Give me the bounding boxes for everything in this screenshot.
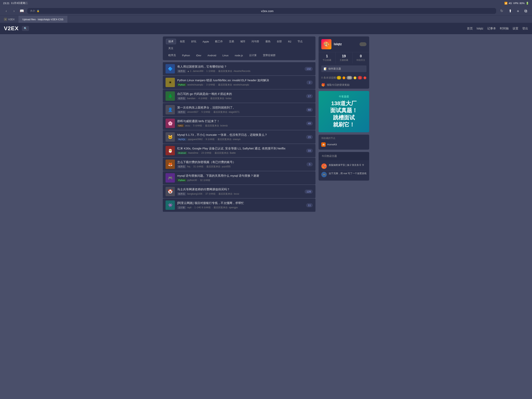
cat-follow[interactable]: 关注: [166, 46, 176, 51]
author[interactable]: pppguest3962: [188, 138, 203, 141]
search-bar[interactable]: 🔍: [22, 26, 29, 31]
node-tag[interactable]: 程序员: [177, 110, 186, 114]
share-button[interactable]: ⬆: [507, 8, 513, 14]
nav-home[interactable]: 首页: [467, 27, 473, 30]
tab-upload[interactable]: Upload files · lslqtz/lslqtz-V2EX-CSS: [19, 16, 67, 23]
nav-settings[interactable]: 设置: [513, 27, 518, 30]
forward-button[interactable]: ›: [11, 8, 17, 14]
node-tag[interactable]: Python: [177, 83, 186, 86]
last-reply-user[interactable]: bclerdz: [220, 124, 228, 127]
toggle-switch[interactable]: [360, 42, 367, 46]
node-tag[interactable]: 程序员: [177, 165, 186, 168]
cat-broadband[interactable]: 宽带症候群: [260, 53, 278, 58]
topic-title[interactable]: 群晖与威联通因 btrfs 打起来了！: [177, 119, 304, 123]
author[interactable]: vincent927: [187, 111, 198, 113]
author[interactable]: rayli: [187, 206, 191, 209]
last-reply-user[interactable]: Battle: [230, 152, 236, 154]
bookmarks-button[interactable]: 📖: [19, 8, 25, 14]
author[interactable]: woshichuanqilz: [187, 83, 203, 86]
reply-count[interactable]: 15: [306, 135, 313, 139]
cat-jobs[interactable]: 酷工作: [213, 39, 225, 44]
login-reward[interactable]: 🎁 领取今日的登录奖励: [319, 81, 369, 89]
topic-title[interactable]: 自己写的 go 代码就是由一堆的 if 搭起来的: [177, 92, 304, 96]
node-tag[interactable]: Python: [177, 179, 186, 182]
cat-apple[interactable]: Apple: [200, 39, 211, 44]
list-item[interactable]: 🎉 发版抽奖保平安 | 抽 2 张京东 E 卡: [321, 162, 367, 170]
topic-title[interactable]: mysql 语句替换问题。下面的关系用什么 mysql 语句替换？谢谢: [177, 174, 313, 178]
author[interactable]: bandian: [187, 97, 196, 100]
cat-r2[interactable]: R2: [286, 39, 294, 44]
last-reply-user[interactable]: locoz: [234, 193, 239, 195]
cat-fun[interactable]: 好玩: [189, 39, 199, 44]
last-reply-user[interactable]: yuzo555: [222, 165, 230, 168]
reply-count[interactable]: 2: [306, 80, 313, 84]
author[interactable]: James369: [193, 70, 203, 72]
cat-python[interactable]: Python: [180, 53, 192, 58]
cat-qa[interactable]: 问与答: [249, 39, 261, 44]
cat-hot[interactable]: 最热: [263, 39, 273, 44]
nav-profile[interactable]: lslqtz: [477, 27, 483, 30]
reply-count[interactable]: 132: [304, 67, 313, 71]
node-tag[interactable]: 程序员: [177, 70, 186, 73]
topic-title[interactable]: 怎么下载付费的加密视频（有已付费的账号）: [177, 160, 304, 164]
new-tab-button[interactable]: ＋: [515, 8, 521, 14]
nav-timeline[interactable]: 时间轴: [500, 27, 509, 30]
last-reply-user[interactable]: stage0071: [229, 111, 240, 113]
last-reply-user[interactable]: oneoyn: [233, 138, 240, 141]
reply-count[interactable]: 11: [306, 203, 313, 207]
nav-logout[interactable]: 登出: [522, 27, 528, 30]
node-tag[interactable]: NAS: [177, 124, 184, 127]
cat-cloud[interactable]: 云计算: [247, 53, 259, 58]
site-logo[interactable]: V2EX: [4, 25, 19, 32]
address-bar[interactable]: 大小 🔒 v2ex.com: [27, 8, 496, 14]
list-item[interactable]: 🏠 HomeKit: [321, 142, 367, 148]
ad-widget[interactable]: 牛客题霸 138道大厂 面试真题！ 跳槽面试 就刷它！: [319, 91, 369, 132]
topic-title[interactable]: 马士兵等网课老师的付费网课值得买吗？: [177, 188, 302, 191]
back-button[interactable]: ‹: [3, 8, 9, 14]
cat-linux[interactable]: Linux: [220, 53, 231, 58]
reply-count[interactable]: 129: [304, 190, 313, 194]
node-tag[interactable]: 云计算: [177, 206, 186, 209]
author[interactable]: anzu: [185, 124, 190, 127]
author[interactable]: Awes0me: [188, 152, 198, 154]
list-item[interactable]: 🎮 迫于无聊，用 vue 写了一个放置游戏: [321, 170, 367, 179]
cat-creative[interactable]: 创意: [177, 39, 187, 44]
cat-city[interactable]: 城市: [238, 39, 248, 44]
cat-programmer[interactable]: 程序员: [166, 53, 178, 58]
author[interactable]: liangkang1436: [187, 193, 202, 195]
topic-title[interactable]: Python Linux manjaro 错误 /usr/lib/libc.so…: [177, 78, 304, 82]
last-reply-user[interactable]: opengps: [229, 206, 238, 209]
cat-all[interactable]: 全部: [274, 39, 284, 44]
tab-close-1[interactable]: ✕: [4, 18, 7, 21]
cat-nodes[interactable]: 节点: [295, 39, 305, 44]
nav-notebook[interactable]: 记事本: [487, 27, 496, 30]
reply-count[interactable]: 68: [306, 108, 313, 112]
last-reply-user[interactable]: loolac: [226, 97, 232, 100]
cat-nodejs[interactable]: node.js: [232, 53, 245, 58]
topic-title[interactable]: 第一次在狗东上面抢茅台，没想到就抢到了。: [177, 106, 304, 109]
reply-count[interactable]: 17: [306, 94, 313, 98]
topic-title[interactable]: Mysql 5.1.73，不小心 truncate 一张表，也没有开日志，还能恢…: [177, 133, 304, 137]
node-tag[interactable]: 程序员: [177, 192, 186, 196]
node-tag[interactable]: MySQL: [177, 138, 187, 141]
cat-android[interactable]: Android: [205, 53, 219, 58]
tab-v2ex[interactable]: ✕ V2EX: [0, 16, 19, 23]
reply-count[interactable]: 5: [306, 162, 313, 166]
node-tag[interactable]: 程序员: [177, 97, 186, 100]
author[interactable]: fsq: [187, 165, 190, 168]
topic-title[interactable]: 红米 K30s, Google Play 设备已认证, 安全等级 L1, Saf…: [177, 147, 304, 150]
create-topic-button[interactable]: 📝 创作新主题: [321, 65, 367, 72]
reply-count[interactable]: 33: [306, 149, 313, 153]
last-reply-user[interactable]: woshichuanqilz: [233, 83, 249, 86]
last-reply-user[interactable]: AkashicRecords: [234, 70, 250, 72]
cat-tech[interactable]: 技术: [166, 39, 176, 44]
reply-count[interactable]: 49: [306, 121, 313, 125]
cat-idev[interactable]: iDev: [194, 53, 203, 58]
tabs-button[interactable]: ⧉: [523, 8, 529, 14]
reload-button[interactable]: ↻: [499, 8, 505, 14]
author[interactable]: python30: [187, 179, 197, 182]
cat-trade[interactable]: 交易: [227, 39, 236, 44]
topic-title[interactable]: [阿里云网路] 项目对接银行专线，不太懂网，求帮忙: [177, 201, 304, 205]
node-tag[interactable]: Android: [177, 152, 187, 154]
topic-title[interactable]: 有人用过国密算法吗，它有哪些好处？: [177, 65, 302, 69]
